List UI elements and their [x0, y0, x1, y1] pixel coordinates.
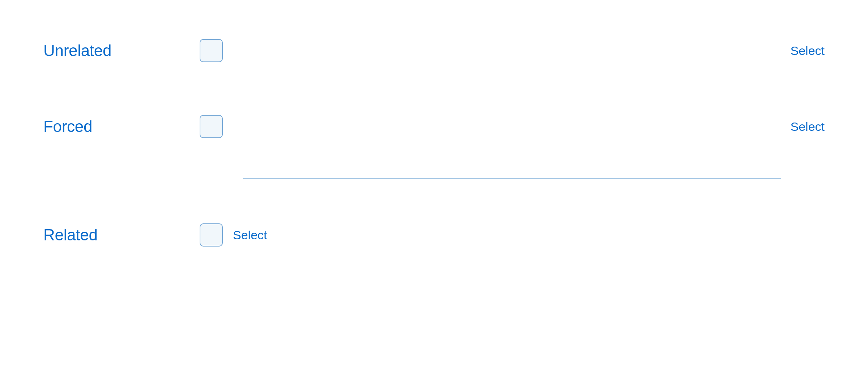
- row-unrelated: Unrelated Select: [43, 27, 825, 103]
- control-column: Select: [200, 27, 825, 74]
- checkbox-unrelated[interactable]: [200, 39, 223, 62]
- control-column: Select: [200, 103, 825, 150]
- divider-line: [243, 178, 781, 179]
- label-unrelated: Unrelated: [43, 42, 111, 60]
- checkbox-forced[interactable]: [200, 115, 223, 138]
- control-column: Select: [200, 211, 825, 258]
- checkbox-related[interactable]: [200, 223, 223, 247]
- label-column: Unrelated: [43, 27, 200, 74]
- row-related: Related Select: [43, 211, 825, 287]
- label-column: Forced: [43, 103, 200, 150]
- label-related: Related: [43, 226, 98, 244]
- label-column: Related: [43, 211, 200, 258]
- form-container: Unrelated Select Forced Select Related S…: [0, 0, 868, 287]
- select-link-forced[interactable]: Select: [791, 120, 825, 134]
- select-link-unrelated[interactable]: Select: [791, 44, 825, 58]
- row-forced: Forced Select: [43, 103, 825, 179]
- label-forced: Forced: [43, 117, 92, 136]
- select-link-related[interactable]: Select: [233, 228, 267, 242]
